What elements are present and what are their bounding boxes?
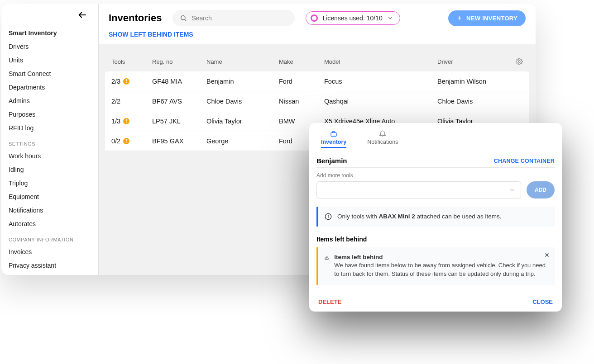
new-inventory-label: NEW INVENTORY (466, 15, 517, 22)
chevron-down-icon (509, 187, 515, 193)
cell-tools: 2/3! (111, 78, 152, 85)
warning-icon (325, 254, 329, 262)
back-arrow-icon[interactable] (77, 10, 87, 23)
sidebar-item-notifications[interactable]: Notifications (9, 203, 91, 217)
topbar: Inventories Licenses used: 10/10 NEW INV… (99, 4, 536, 31)
items-left-behind-title: Items left behind (316, 236, 555, 243)
cell-make: Ford (279, 78, 324, 85)
cell-name: Chloe Davis (206, 98, 279, 105)
sidebar-heading-settings: SETTINGS (9, 135, 91, 149)
search-input[interactable] (191, 14, 287, 22)
license-circle-icon (311, 14, 318, 22)
sidebar-item-autorates[interactable]: Autorates (9, 217, 91, 231)
detail-footer: DELETE CLOSE (316, 294, 555, 306)
cell-name: Benjamin (206, 78, 279, 85)
sidebar-item-smart-connect[interactable]: Smart Connect (9, 67, 91, 80)
cell-driver: Benjamin Wilson (437, 78, 509, 85)
table-header-row: Tools Reg. no Name Make Model Driver (105, 52, 529, 71)
cell-reg: LP57 JKL (152, 118, 206, 125)
sidebar-item-admins[interactable]: Admins (9, 94, 91, 108)
tab-inventory[interactable]: Inventory (321, 130, 346, 148)
gear-icon[interactable] (509, 58, 523, 65)
sidebar-item-equipment[interactable]: Equipment (9, 190, 91, 203)
sidebar-item-work-hours[interactable]: Work hours (9, 149, 91, 163)
warning-body: We have found items below to be away fro… (334, 261, 548, 279)
tab-notifications[interactable]: Notifications (367, 130, 398, 148)
cell-tools: 0/2! (111, 137, 152, 145)
sidebar-item-rfid-log[interactable]: RFID log (9, 121, 91, 135)
search-icon (180, 14, 187, 22)
tools-select[interactable] (316, 181, 521, 199)
inventory-detail-panel: Inventory Notifications Benjamin CHANGE … (309, 123, 562, 312)
warning-dot-icon: ! (123, 138, 129, 144)
sidebar-item-purposes[interactable]: Purposes (9, 108, 91, 121)
sidebar: Smart Inventory Drivers Units Smart Conn… (1, 4, 99, 275)
cell-tools: 2/2 (111, 98, 152, 105)
col-tools: Tools (111, 58, 152, 65)
delete-button[interactable]: DELETE (318, 298, 341, 305)
sidebar-item-idling[interactable]: Idling (9, 163, 91, 176)
info-icon (325, 213, 332, 220)
col-model: Model (324, 58, 437, 65)
sidebar-item-departments[interactable]: Departments (9, 80, 91, 94)
cell-reg: GF48 MIA (152, 78, 206, 85)
add-tools-row: ADD (316, 181, 555, 199)
cell-make: Nissan (279, 98, 324, 105)
add-button[interactable]: ADD (527, 181, 555, 199)
new-inventory-button[interactable]: NEW INVENTORY (448, 10, 526, 26)
col-name: Name (206, 58, 279, 65)
cell-name: Olivia Taylor (206, 118, 279, 125)
table-row[interactable]: 2/3!GF48 MIABenjaminFordFocusBenjamin Wi… (105, 71, 529, 91)
chevron-down-icon (387, 15, 393, 21)
svg-point-5 (518, 61, 520, 62)
cell-model: Focus (324, 78, 437, 85)
col-make: Make (279, 58, 324, 65)
licenses-text: Licenses used: 10/10 (322, 14, 382, 22)
cell-name: George (206, 137, 279, 145)
detail-tabs: Inventory Notifications (316, 130, 555, 151)
container-name: Benjamin (316, 157, 347, 165)
licenses-chip[interactable]: Licenses used: 10/10 (306, 11, 400, 25)
add-tools-label: Add more tools (316, 172, 555, 179)
warning-callout: Items left behind We have found items be… (316, 247, 555, 285)
svg-point-9 (328, 215, 329, 216)
svg-point-1 (181, 16, 185, 20)
show-left-behind-link[interactable]: SHOW LEFT BEHIND ITEMS (99, 31, 536, 44)
cell-model: Qashqai (324, 98, 437, 105)
warning-dot-icon: ! (123, 78, 129, 85)
sidebar-nav: Smart Inventory Drivers Units Smart Conn… (1, 26, 98, 272)
info-text: Only tools with ABAX Mini 2 attached can… (337, 213, 501, 220)
table-row[interactable]: 2/2BF67 AVSChloe DavisNissanQashqaiChloe… (105, 91, 529, 111)
close-icon[interactable] (544, 252, 550, 260)
toolbox-icon (330, 130, 337, 137)
cell-driver: Chloe Davis (437, 98, 509, 105)
col-reg: Reg. no (152, 58, 206, 65)
tab-inventory-label: Inventory (321, 139, 346, 145)
search-input-wrap[interactable] (172, 10, 295, 26)
svg-rect-6 (331, 132, 336, 136)
plus-icon (456, 15, 463, 21)
sidebar-item-invoices[interactable]: Invoices (9, 245, 91, 259)
sidebar-item-units[interactable]: Units (9, 53, 91, 67)
cell-tools: 1/3! (111, 118, 152, 125)
info-callout: Only tools with ABAX Mini 2 attached can… (316, 207, 555, 227)
close-button[interactable]: CLOSE (532, 298, 553, 305)
svg-line-2 (185, 19, 186, 21)
sidebar-item-smart-inventory[interactable]: Smart Inventory (9, 26, 91, 40)
container-header: Benjamin CHANGE CONTAINER (316, 151, 555, 168)
change-container-button[interactable]: CHANGE CONTAINER (494, 158, 555, 164)
page-title: Inventories (109, 12, 162, 24)
sidebar-item-triplog[interactable]: Triplog (9, 176, 91, 190)
warning-dot-icon: ! (123, 118, 129, 124)
sidebar-heading-company: COMPANY INFORMATION (9, 231, 91, 245)
sidebar-item-privacy-assistant[interactable]: Privacy assistant (9, 259, 91, 272)
cell-reg: BF67 AVS (152, 98, 206, 105)
col-driver: Driver (437, 58, 509, 65)
sidebar-item-drivers[interactable]: Drivers (9, 40, 91, 53)
bell-icon (379, 130, 386, 137)
tab-notifications-label: Notifications (367, 139, 398, 145)
cell-reg: BF95 GAX (152, 137, 206, 145)
warning-title: Items left behind (334, 254, 548, 260)
